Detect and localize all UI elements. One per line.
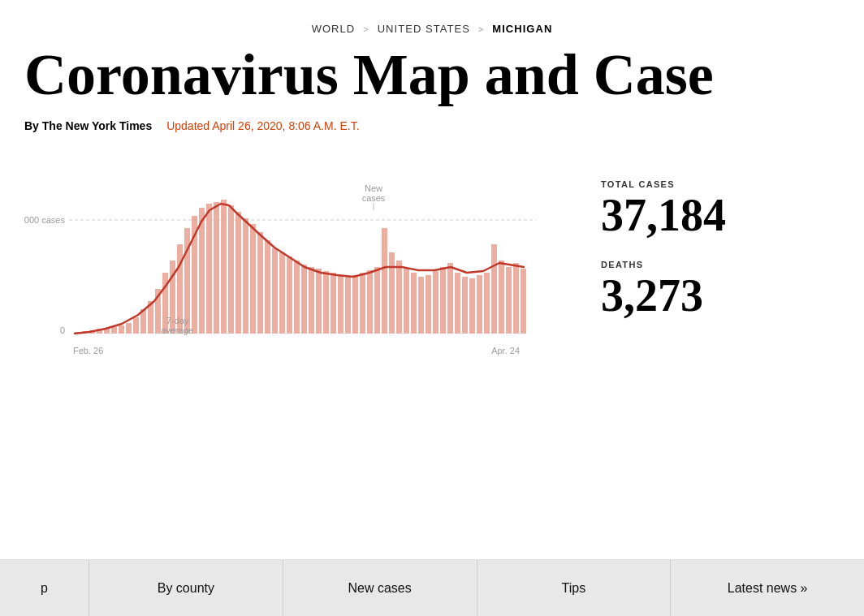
- byline-author: By The New York Times: [24, 119, 152, 132]
- svg-rect-27: [265, 240, 270, 334]
- svg-rect-29: [279, 252, 285, 334]
- svg-rect-19: [206, 204, 212, 334]
- byline-updated: Updated April 26, 2020, 8:06 A.M. E.T.: [166, 119, 359, 132]
- svg-rect-30: [287, 256, 292, 334]
- svg-rect-31: [294, 261, 300, 334]
- svg-rect-36: [330, 273, 336, 334]
- breadcrumb-world[interactable]: WORLD: [312, 23, 356, 35]
- byline-row: By The New York Times Updated April 26, …: [0, 106, 864, 139]
- breadcrumb-sep1: >: [363, 24, 369, 34]
- page-wrapper: WORLD > UNITED STATES > MICHIGAN Coronav…: [0, 0, 864, 616]
- breadcrumb: WORLD > UNITED STATES > MICHIGAN: [0, 0, 864, 45]
- tab-tips[interactable]: Tips: [477, 560, 672, 616]
- svg-rect-22: [228, 205, 234, 334]
- tab-latest-news[interactable]: Latest news »: [671, 560, 864, 616]
- svg-rect-45: [396, 261, 402, 334]
- svg-rect-20: [214, 202, 219, 334]
- tab-new-cases[interactable]: New cases: [283, 560, 477, 616]
- svg-rect-48: [418, 277, 424, 334]
- deaths-block: DEATHS 3,273: [601, 260, 840, 321]
- tab-latest-news-label: Latest news »: [728, 581, 808, 596]
- svg-rect-58: [491, 244, 497, 334]
- svg-rect-40: [360, 273, 365, 334]
- total-cases-label: TOTAL CASES: [601, 179, 840, 189]
- svg-rect-62: [521, 269, 526, 334]
- svg-rect-55: [469, 278, 475, 334]
- tab-by-county-label: By county: [158, 581, 214, 596]
- svg-rect-33: [309, 267, 314, 334]
- svg-rect-49: [426, 275, 431, 334]
- svg-rect-61: [513, 263, 519, 334]
- svg-rect-35: [323, 271, 329, 334]
- svg-rect-44: [389, 252, 395, 334]
- chart-svg: 1,000 cases 0 Feb. 26 Apr. 24: [24, 147, 552, 382]
- tab-map[interactable]: p: [0, 560, 89, 616]
- svg-rect-47: [411, 273, 417, 334]
- avg-label-line1: 7-day: [166, 316, 189, 325]
- svg-rect-34: [316, 269, 322, 334]
- tab-map-label: p: [41, 581, 48, 596]
- svg-rect-37: [338, 275, 343, 334]
- x-axis-start: Feb. 26: [73, 346, 103, 355]
- svg-rect-32: [301, 265, 307, 334]
- svg-rect-25: [250, 224, 256, 334]
- svg-rect-50: [433, 271, 438, 334]
- svg-rect-46: [404, 269, 409, 334]
- svg-rect-39: [352, 275, 358, 334]
- y-axis-label-1000: 1,000 cases: [24, 215, 65, 225]
- svg-rect-51: [440, 267, 446, 334]
- breadcrumb-sep2: >: [478, 24, 484, 34]
- breadcrumb-us[interactable]: UNITED STATES: [378, 23, 470, 35]
- chart-container: 1,000 cases 0 Feb. 26 Apr. 24: [24, 147, 552, 382]
- svg-rect-41: [367, 270, 373, 334]
- svg-rect-8: [126, 323, 132, 334]
- svg-rect-52: [447, 263, 453, 334]
- svg-rect-59: [499, 261, 504, 334]
- new-cases-annotation2: cases: [362, 193, 386, 203]
- svg-rect-21: [221, 200, 227, 334]
- bottom-nav: p By county New cases Tips Latest news »: [0, 559, 864, 616]
- total-cases-value: 37,184: [601, 191, 840, 241]
- svg-rect-53: [455, 273, 460, 334]
- svg-rect-26: [257, 232, 263, 334]
- svg-rect-23: [235, 212, 241, 334]
- y-axis-label-0: 0: [60, 325, 65, 335]
- tab-tips-label: Tips: [562, 581, 586, 596]
- svg-rect-60: [506, 267, 512, 334]
- avg-label-line2: average: [161, 325, 193, 335]
- svg-rect-42: [374, 267, 380, 334]
- svg-rect-56: [477, 275, 482, 334]
- svg-rect-9: [133, 317, 139, 334]
- tab-new-cases-label: New cases: [348, 581, 412, 596]
- svg-rect-43: [382, 228, 387, 334]
- main-content: 1,000 cases 0 Feb. 26 Apr. 24: [0, 139, 864, 559]
- svg-rect-6: [111, 327, 117, 334]
- svg-rect-57: [484, 273, 490, 334]
- svg-rect-38: [345, 277, 351, 334]
- new-cases-annotation: New: [365, 183, 382, 193]
- svg-rect-7: [119, 325, 124, 334]
- deaths-value: 3,273: [601, 271, 840, 321]
- total-cases-block: TOTAL CASES 37,184: [601, 179, 840, 241]
- tab-by-county[interactable]: By county: [89, 560, 283, 616]
- deaths-label: DEATHS: [601, 260, 840, 269]
- svg-rect-28: [272, 248, 278, 334]
- stats-container: TOTAL CASES 37,184 DEATHS 3,273: [552, 147, 840, 559]
- svg-rect-24: [243, 218, 248, 334]
- page-title: Coronavirus Map and Case: [0, 45, 864, 106]
- x-axis-end: Apr. 24: [491, 346, 520, 355]
- svg-rect-54: [462, 277, 468, 334]
- breadcrumb-current[interactable]: MICHIGAN: [492, 23, 552, 35]
